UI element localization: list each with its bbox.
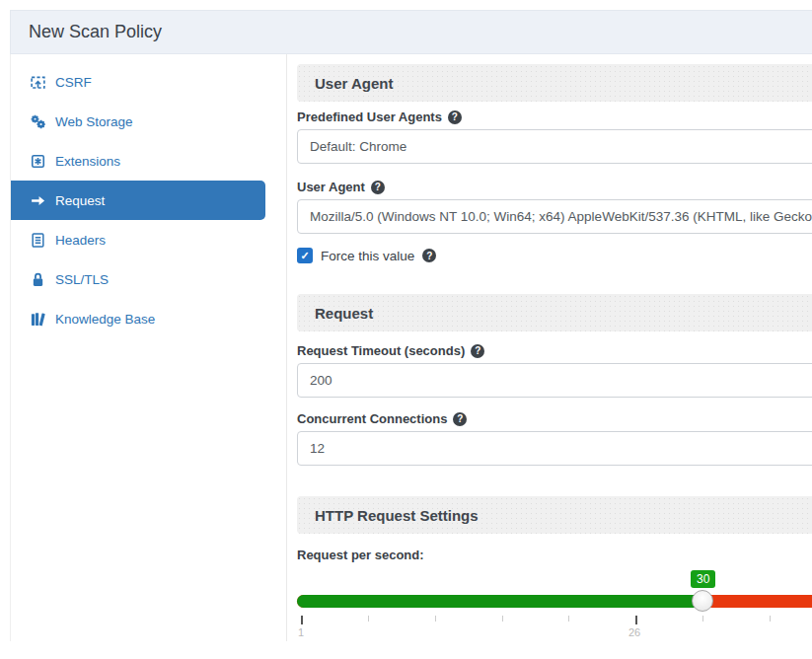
sidebar-item-knowledge-base[interactable]: Knowledge Base: [11, 299, 286, 338]
sidebar-item-label: CSRF: [55, 75, 92, 90]
slider-handle[interactable]: [692, 590, 713, 612]
panel-header: New Scan Policy: [10, 10, 812, 54]
section-title: HTTP Request Settings: [315, 507, 479, 524]
section-header-user-agent: User Agent: [297, 64, 812, 102]
force-this-value-row: Force this value: [297, 248, 812, 263]
slider-tick: [770, 616, 771, 622]
force-this-value-label: Force this value: [321, 249, 414, 263]
slider-tick: [502, 616, 503, 622]
sidebar-item-label: Extensions: [55, 154, 120, 169]
sidebar-item-web-storage[interactable]: Web Storage: [11, 102, 286, 141]
slider-tick: [635, 616, 637, 624]
slider-tick: [568, 616, 569, 622]
sidebar-item-label: Web Storage: [55, 114, 133, 129]
sidebar-item-label: Knowledge Base: [55, 312, 155, 327]
concurrent-connections-input[interactable]: [297, 431, 812, 466]
sidebar-item-extensions[interactable]: Extensions: [11, 141, 286, 181]
sidebar-item-label: Request: [55, 193, 105, 208]
force-this-value-checkbox[interactable]: [297, 248, 313, 263]
slider-tick: [301, 616, 303, 624]
slider-tick-label-min: 1: [298, 626, 304, 638]
books-icon: [30, 311, 46, 328]
section-header-request: Request: [297, 294, 812, 331]
main-content: User Agent Predefined User Agents Defaul…: [287, 54, 812, 641]
request-timeout-input[interactable]: [297, 363, 812, 398]
slider-tick: [702, 616, 703, 622]
slider-tick-label-mid: 26: [628, 626, 640, 638]
section-header-http-request-settings: HTTP Request Settings: [297, 496, 812, 534]
web-storage-gears-icon: [30, 113, 46, 130]
predefined-user-agents-label: Predefined User Agents: [297, 110, 812, 124]
slider-tick: [368, 616, 369, 622]
sidebar-item-request[interactable]: Request: [11, 181, 265, 220]
request-timeout-label: Request Timeout (seconds): [297, 343, 812, 358]
section-title: User Agent: [315, 75, 393, 92]
help-question-icon[interactable]: [371, 181, 385, 194]
slider-tick: [435, 616, 436, 622]
new-scan-policy-panel: New Scan Policy CSRF Web Storage Extensi…: [10, 10, 812, 641]
help-question-icon[interactable]: [448, 110, 462, 124]
request-arrow-icon: [30, 192, 46, 209]
slider-track[interactable]: [297, 595, 812, 608]
help-question-icon[interactable]: [422, 249, 436, 262]
csrf-icon: [30, 74, 46, 91]
sidebar-item-label: Headers: [55, 233, 106, 248]
slider-value-badge: 30: [691, 570, 715, 588]
sidebar-item-label: SSL/TLS: [55, 272, 109, 287]
predefined-user-agents-select[interactable]: Default: Chrome: [297, 129, 812, 164]
lock-icon: [30, 271, 46, 288]
user-agent-input[interactable]: [297, 199, 812, 234]
help-question-icon[interactable]: [471, 344, 484, 358]
sidebar-item-headers[interactable]: Headers: [11, 220, 286, 259]
sidebar-item-csrf[interactable]: CSRF: [11, 62, 286, 102]
slider-fill: [297, 595, 702, 608]
request-per-second-slider: 30 1 26: [297, 570, 812, 641]
section-title: Request: [315, 305, 373, 322]
concurrent-connections-label: Concurrent Connections: [297, 411, 812, 426]
user-agent-label: User Agent: [297, 180, 812, 194]
request-per-second-label: Request per second:: [297, 548, 812, 562]
sidebar-item-ssl-tls[interactable]: SSL/TLS: [11, 259, 286, 299]
page-title: New Scan Policy: [29, 22, 162, 42]
help-question-icon[interactable]: [453, 412, 467, 426]
headers-document-icon: [30, 232, 46, 249]
extensions-icon: [30, 153, 46, 170]
sidebar-nav: CSRF Web Storage Extensions Request Head…: [11, 54, 287, 641]
